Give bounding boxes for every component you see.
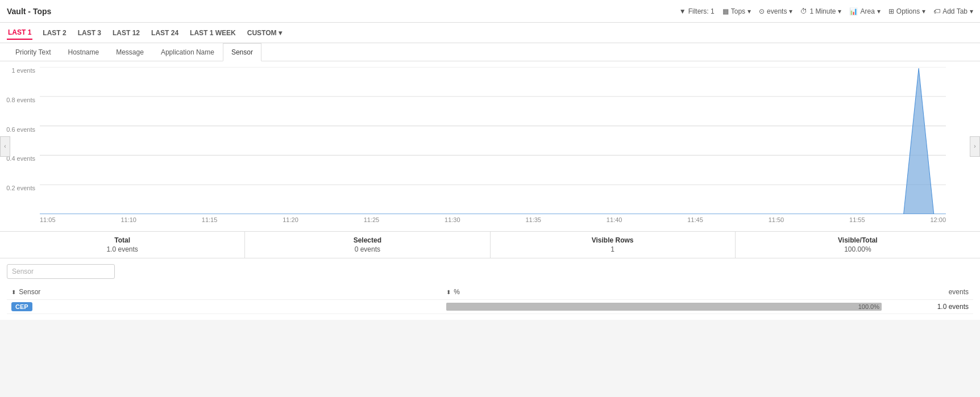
- add-tab-chevron-icon: ▾: [970, 7, 973, 15]
- stat-selected: Selected 0 events: [245, 232, 490, 258]
- sort-percent-icon: ⬍: [446, 289, 451, 295]
- cell-sensor: CEP: [7, 300, 442, 314]
- clock-icon: ⏱: [800, 7, 807, 15]
- y-label-06: 0.6 events: [6, 126, 35, 133]
- timebar-last12[interactable]: LAST 12: [111, 27, 141, 39]
- x-label-1200: 12:00: [930, 216, 946, 223]
- app-title: Vault - Tops: [7, 7, 51, 16]
- table-row: CEP100.0%1.0 events: [7, 300, 973, 314]
- events-icon: ⊙: [759, 7, 765, 15]
- stat-visible-rows: Visible Rows 1: [491, 232, 736, 258]
- tops-control[interactable]: ▦ Tops ▾: [722, 7, 751, 15]
- timebar-last2[interactable]: LAST 2: [41, 27, 67, 39]
- stat-selected-value: 0 events: [252, 245, 483, 253]
- timebar-last3[interactable]: LAST 3: [77, 27, 102, 39]
- tab-message[interactable]: Message: [107, 43, 152, 61]
- add-tab-control[interactable]: 🏷 Add Tab ▾: [933, 7, 973, 15]
- col-percent-header[interactable]: ⬍ %: [442, 285, 886, 300]
- chart-chevron-icon: ▾: [877, 7, 881, 15]
- tops-chevron-icon: ▾: [748, 7, 751, 15]
- chart-svg: [40, 67, 946, 214]
- progress-bar-fill: [446, 303, 882, 311]
- timebar-last1week[interactable]: LAST 1 WEEK: [189, 27, 237, 39]
- tops-label: Tops: [731, 7, 745, 15]
- tab-priority-text[interactable]: Priority Text: [7, 43, 59, 61]
- tab-sensor[interactable]: Sensor: [223, 43, 261, 61]
- timebar: LAST 1 LAST 2 LAST 3 LAST 12 LAST 24 LAS…: [0, 23, 980, 43]
- stat-visible-rows-value: 1: [497, 245, 728, 253]
- stat-total-label: Total: [7, 236, 238, 244]
- stat-visible-total-value: 100.00%: [742, 245, 973, 253]
- progress-bar: 100.0%: [446, 303, 882, 311]
- options-label: Options: [896, 7, 920, 15]
- sensor-search-input[interactable]: [7, 264, 115, 279]
- stat-selected-label: Selected: [252, 236, 483, 244]
- interval-chevron-icon: ▾: [838, 7, 841, 15]
- y-label-02: 0.2 events: [6, 185, 35, 191]
- grid-icon: ⊞: [888, 7, 894, 15]
- chart-type-control[interactable]: 📊 Area ▾: [849, 7, 880, 15]
- y-label-1: 1 events: [11, 67, 35, 74]
- sort-sensor-icon: ⬍: [11, 289, 16, 295]
- tops-icon: ▦: [722, 7, 729, 15]
- x-label-1145: 11:45: [687, 216, 703, 223]
- y-label-04: 0.4 events: [6, 155, 35, 162]
- x-label-1130: 11:30: [445, 216, 460, 223]
- data-table: ⬍ Sensor ⬍ % events CEP100.0%1.0 events: [7, 285, 973, 314]
- col-events-header[interactable]: events: [886, 285, 973, 300]
- options-control[interactable]: ⊞ Options ▾: [888, 7, 925, 15]
- tag-icon: 🏷: [933, 7, 940, 15]
- cep-badge[interactable]: CEP: [11, 302, 32, 311]
- filters-label: Filters: 1: [688, 7, 715, 15]
- x-label-1115: 11:15: [202, 216, 218, 223]
- col-sensor-header[interactable]: ⬍ Sensor: [7, 285, 442, 300]
- chart-area: ‹ › 1 events 0.8 events 0.6 events 0.4 e…: [0, 61, 980, 232]
- tabs-row: Priority Text Hostname Message Applicati…: [0, 43, 980, 61]
- interval-control[interactable]: ⏱ 1 Minute ▾: [800, 7, 841, 15]
- cell-percent: 100.0%: [442, 300, 886, 314]
- timebar-custom[interactable]: CUSTOM ▾: [246, 27, 283, 39]
- svg-marker-6: [904, 68, 934, 214]
- events-control[interactable]: ⊙ events ▾: [759, 7, 792, 15]
- stat-visible-total: Visible/Total 100.00%: [736, 232, 980, 258]
- chart-nav-left[interactable]: ‹: [0, 136, 10, 157]
- x-label-1140: 11:40: [607, 216, 622, 223]
- cell-events: 1.0 events: [886, 300, 973, 314]
- tab-application-name[interactable]: Application Name: [152, 43, 223, 61]
- x-label-1110: 11:10: [121, 216, 136, 223]
- x-label-1150: 11:50: [769, 216, 784, 223]
- stat-total: Total 1.0 events: [0, 232, 245, 258]
- main-content: ⬍ Sensor ⬍ % events CEP100.0%1.0 events: [0, 258, 980, 320]
- stat-total-value: 1.0 events: [7, 245, 238, 253]
- stat-visible-rows-label: Visible Rows: [497, 236, 728, 244]
- x-axis: 11:05 11:10 11:15 11:20 11:25 11:30 11:3…: [40, 214, 946, 231]
- timebar-last24[interactable]: LAST 24: [150, 27, 180, 39]
- add-tab-label: Add Tab: [942, 7, 967, 15]
- x-label-1155: 11:55: [849, 216, 865, 223]
- timebar-last1[interactable]: LAST 1: [7, 26, 32, 40]
- stat-visible-total-label: Visible/Total: [742, 236, 973, 244]
- interval-label: 1 Minute: [809, 7, 836, 15]
- filters-control[interactable]: ▼ Filters: 1: [679, 7, 715, 15]
- chart-nav-right[interactable]: ›: [970, 136, 980, 157]
- x-label-1135: 11:35: [525, 216, 541, 223]
- events-chevron-icon: ▾: [789, 7, 792, 15]
- chart-type-label: Area: [860, 7, 874, 15]
- x-label-1120: 11:20: [283, 216, 298, 223]
- tab-hostname[interactable]: Hostname: [59, 43, 107, 61]
- x-label-1125: 11:25: [364, 216, 380, 223]
- y-label-08: 0.8 events: [6, 97, 35, 103]
- filter-icon: ▼: [679, 7, 686, 15]
- x-label-1105: 11:05: [40, 216, 56, 223]
- chart-icon: 📊: [849, 7, 858, 15]
- options-chevron-icon: ▾: [922, 7, 925, 15]
- events-label: events: [767, 7, 787, 15]
- stats-row: Total 1.0 events Selected 0 events Visib…: [0, 232, 980, 258]
- progress-bar-label: 100.0%: [858, 303, 879, 311]
